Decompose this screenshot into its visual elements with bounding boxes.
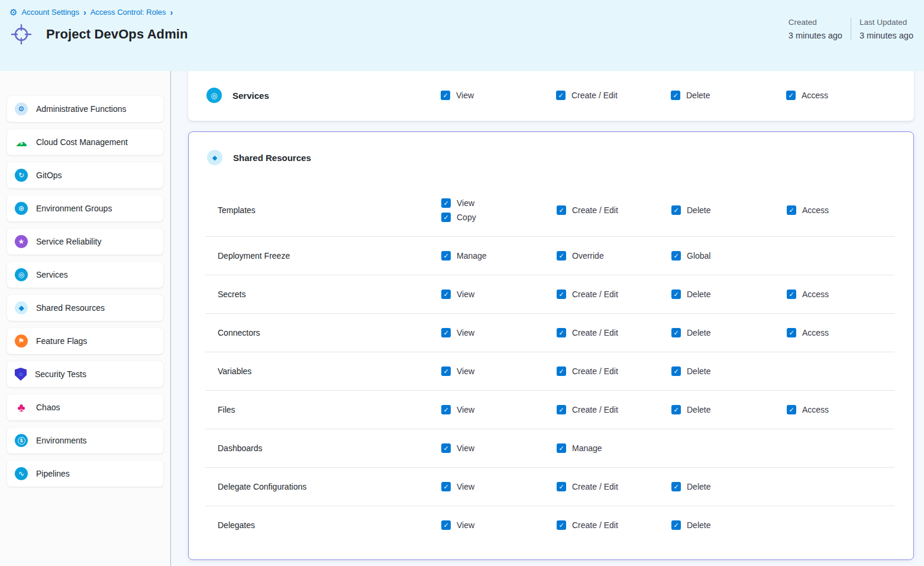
sidebar-item-gitops[interactable]: ↻ GitOps bbox=[7, 162, 163, 188]
cloud-dollar-icon: ☁$ bbox=[15, 136, 28, 149]
checkbox-view-checked[interactable]: ✓ bbox=[441, 198, 451, 208]
checkbox-view-checked[interactable]: ✓ bbox=[441, 405, 451, 414]
checkbox-global-checked[interactable]: ✓ bbox=[671, 251, 681, 261]
shared-resources-card-header: ◆ Shared Resources bbox=[189, 132, 913, 165]
shared-resources-icon: ◆ bbox=[207, 150, 222, 165]
checkbox-view-checked[interactable]: ✓ bbox=[441, 290, 451, 299]
created-block: Created 3 minutes ago bbox=[780, 18, 851, 40]
checkbox-label: Global bbox=[687, 251, 710, 261]
checkbox-delete-checked[interactable]: ✓ bbox=[671, 290, 681, 299]
checkbox-delete-checked[interactable]: ✓ bbox=[671, 328, 681, 337]
delegates-permission-col-3: ✓Delete bbox=[671, 520, 787, 530]
sidebar-item-security-tests[interactable]: ○ Security Tests bbox=[7, 361, 163, 387]
checkbox-manage-checked[interactable]: ✓ bbox=[557, 443, 566, 453]
permission-row-secrets: Secrets ✓View ✓Create / Edit ✓Delete ✓Ac… bbox=[205, 275, 894, 313]
chevron-right-icon: › bbox=[83, 8, 86, 17]
checkbox-label: View bbox=[457, 366, 474, 376]
page-title: Project DevOps Admin bbox=[46, 27, 188, 42]
services-permission-col-1: ✓View bbox=[441, 91, 556, 100]
deployment-freeze-permission-col-3: ✓Global bbox=[671, 251, 787, 261]
checkbox-create-edit-checked[interactable]: ✓ bbox=[557, 205, 566, 215]
breadcrumb: ⚙ Account Settings › Access Control: Rol… bbox=[9, 8, 913, 17]
checkbox-view-checked[interactable]: ✓ bbox=[441, 328, 451, 337]
secrets-permission-col-1: ✓View bbox=[441, 290, 557, 299]
environments-icon: $ bbox=[15, 434, 28, 447]
permission-override: ✓Override bbox=[557, 251, 671, 261]
checkbox-view-checked[interactable]: ✓ bbox=[441, 520, 451, 530]
checkbox-view-checked[interactable]: ✓ bbox=[441, 443, 451, 453]
breadcrumb-access-control-roles[interactable]: Access Control: Roles bbox=[91, 8, 166, 17]
sidebar-item-feature-flags[interactable]: ⚑ Feature Flags bbox=[7, 328, 163, 354]
checkbox-create-edit-checked[interactable]: ✓ bbox=[557, 405, 566, 414]
checkbox-create-edit-checked[interactable]: ✓ bbox=[557, 482, 566, 491]
sidebar-item-label: Environment Groups bbox=[36, 204, 112, 213]
breadcrumb-account-settings[interactable]: Account Settings bbox=[21, 8, 79, 17]
templates-permission-col-4: ✓Access bbox=[787, 205, 894, 215]
shield-magnifier-icon: ○ bbox=[15, 368, 27, 381]
deployment-freeze-permission-col-1: ✓Manage bbox=[441, 251, 557, 261]
checkbox-copy-checked[interactable]: ✓ bbox=[441, 213, 451, 222]
sidebar-item-environment-groups[interactable]: ⊛ Environment Groups bbox=[7, 195, 163, 221]
pipelines-icon: ∿ bbox=[15, 467, 28, 480]
checkbox-delete-checked[interactable]: ✓ bbox=[671, 520, 681, 530]
checkbox-delete-checked[interactable]: ✓ bbox=[671, 366, 681, 376]
dollar-overlay: $ bbox=[20, 140, 22, 146]
sidebar-item-services[interactable]: ◎ Services bbox=[7, 262, 163, 288]
checkbox-label: Access bbox=[802, 205, 829, 215]
checkbox-view-checked[interactable]: ✓ bbox=[441, 482, 451, 491]
checkbox-label: View bbox=[457, 405, 474, 414]
checkbox-label: Access bbox=[802, 290, 829, 299]
delegates-permission-col-1: ✓View bbox=[441, 520, 557, 530]
permission-delete: ✓Delete bbox=[671, 366, 787, 376]
sidebar-item-cloud-cost-management[interactable]: ☁$ Cloud Cost Management bbox=[7, 129, 163, 155]
permission-create-edit: ✓Create / Edit bbox=[557, 328, 671, 337]
sidebar-item-administrative-functions[interactable]: ⚙ Administrative Functions bbox=[7, 96, 163, 122]
checkbox-access-checked[interactable]: ✓ bbox=[787, 328, 796, 337]
resource-label: Delegate Configurations bbox=[218, 482, 441, 491]
chevron-right-icon: › bbox=[170, 8, 173, 17]
checkbox-delete-checked[interactable]: ✓ bbox=[671, 405, 681, 414]
permission-create-edit: ✓Create / Edit bbox=[557, 205, 671, 215]
sidebar-item-shared-resources[interactable]: ◆ Shared Resources bbox=[7, 295, 163, 321]
sidebar-item-pipelines[interactable]: ∿ Pipelines bbox=[7, 461, 163, 487]
sidebar-item-service-reliability[interactable]: ★ Service Reliability bbox=[7, 229, 163, 255]
checkbox-view-checked[interactable]: ✓ bbox=[441, 91, 450, 100]
permission-global: ✓Global bbox=[671, 251, 787, 261]
checkbox-label: Override bbox=[572, 251, 604, 261]
sidebar-item-chaos[interactable]: ♣ Chaos bbox=[7, 394, 163, 420]
checkbox-delete-checked[interactable]: ✓ bbox=[671, 205, 681, 215]
checkbox-delete-checked[interactable]: ✓ bbox=[671, 91, 680, 100]
created-value: 3 minutes ago bbox=[789, 31, 842, 40]
checkbox-create-edit-checked[interactable]: ✓ bbox=[557, 290, 566, 299]
checkbox-create-edit-checked[interactable]: ✓ bbox=[557, 328, 566, 337]
permission-create-edit: ✓Create / Edit bbox=[557, 482, 671, 491]
checkbox-create-edit-checked[interactable]: ✓ bbox=[556, 91, 566, 100]
checkbox-access-checked[interactable]: ✓ bbox=[787, 290, 796, 299]
resource-label: Dashboards bbox=[218, 443, 441, 453]
permission-view: ✓View bbox=[441, 366, 557, 376]
checkbox-delete-checked[interactable]: ✓ bbox=[671, 482, 681, 491]
checkbox-access-checked[interactable]: ✓ bbox=[786, 91, 796, 100]
templates-permission-col-2: ✓Create / Edit bbox=[557, 205, 671, 215]
checkbox-create-edit-checked[interactable]: ✓ bbox=[557, 520, 566, 530]
checkbox-label: View bbox=[457, 198, 474, 208]
checkbox-view-checked[interactable]: ✓ bbox=[441, 366, 451, 376]
checkbox-access-checked[interactable]: ✓ bbox=[787, 205, 796, 215]
checkbox-access-checked[interactable]: ✓ bbox=[787, 405, 796, 414]
permission-row-delegates: Delegates ✓View ✓Create / Edit ✓Delete bbox=[205, 506, 894, 544]
permission-create-edit: ✓Create / Edit bbox=[557, 290, 671, 299]
resource-label: Connectors bbox=[218, 328, 441, 337]
sidebar-item-environments[interactable]: $ Environments bbox=[7, 427, 163, 454]
services-card-title: Services bbox=[232, 91, 441, 101]
checkbox-override-checked[interactable]: ✓ bbox=[557, 251, 566, 261]
permission-view: ✓View bbox=[441, 482, 557, 491]
permission-create-edit: ✓Create / Edit bbox=[557, 366, 671, 376]
gitops-icon: ↻ bbox=[15, 169, 28, 182]
checkbox-manage-checked[interactable]: ✓ bbox=[441, 251, 451, 261]
services-permission-col-4: ✓Access bbox=[786, 91, 914, 100]
checkbox-label: Create / Edit bbox=[572, 366, 618, 376]
checkbox-create-edit-checked[interactable]: ✓ bbox=[557, 366, 566, 376]
dashboards-permission-col-2: ✓Manage bbox=[557, 443, 671, 453]
variables-permission-col-1: ✓View bbox=[441, 366, 557, 376]
secrets-permission-col-3: ✓Delete bbox=[671, 290, 787, 299]
